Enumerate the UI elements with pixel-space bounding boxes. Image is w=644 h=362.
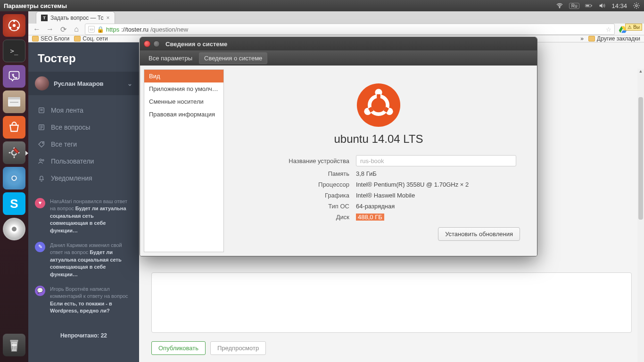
folder-icon [74,36,81,41]
launcher-chromium[interactable] [3,167,25,189]
volume-icon[interactable] [598,2,606,9]
url-path: /question/new [150,26,188,33]
launcher-dash[interactable] [3,14,25,37]
svg-point-18 [11,344,17,346]
star-icon[interactable]: ☆ [606,26,611,33]
notification-feed: ♥HaruAtari понравился ваш ответ на вопро… [28,193,139,327]
svg-point-9 [17,27,19,29]
launcher-trash[interactable] [3,334,25,356]
bookmark-folder[interactable]: SEO Блоги [32,35,69,42]
disk-label: Диск [241,214,349,221]
svg-point-22 [40,159,41,161]
dialog-content: ubuntu 14.04 LTS Название устройства Пам… [224,69,533,252]
gear-icon[interactable] [633,2,640,9]
page-info-icon[interactable]: ▭ [88,26,95,33]
user-menu[interactable]: Руслан Макаров ⌄ [28,72,139,95]
window-close-icon[interactable] [144,41,150,47]
gpu-value: Intel® Haswell Mobile [356,192,516,199]
svg-point-23 [42,159,44,161]
svg-point-21 [42,142,43,143]
update-notice[interactable]: ⚠Вы [625,24,642,31]
install-updates-button[interactable]: Установить обновления [438,227,520,241]
disk-value: 488,0 ГБ [356,214,384,221]
feed-entry[interactable]: 💬Игорь Воротнёв написал комментарий к от… [35,286,132,315]
keyboard-layout-indicator[interactable]: Ru [569,3,580,9]
ubuntu-logo-icon [356,82,401,128]
sidebar-nav: Моя лента Все вопросы Все теги Пользоват… [28,95,139,193]
address-bar[interactable]: ▭ 🔒 https://toster.ru/question/new ☆ [85,24,615,35]
category-item-removable[interactable]: Сменные носители [144,95,223,108]
unread-count[interactable]: Непрочитано: 22 [28,327,139,345]
dialog-titlebar[interactable]: Сведения о системе [140,37,537,50]
breadcrumb: Все параметры Сведения о системе [140,50,537,66]
bookmarks-overflow[interactable]: » [580,35,584,42]
other-bookmarks[interactable]: Другие закладки [588,35,640,42]
system-tray: Ru 14:34 [556,2,640,9]
avatar [35,76,49,90]
launcher-terminal[interactable]: >_ [3,40,25,62]
system-info-grid: Название устройства Память 3,8 ГиБ Проце… [231,155,526,221]
favicon-icon: T [41,15,48,21]
svg-point-0 [559,7,560,8]
clock-time[interactable]: 14:34 [611,2,627,9]
sidebar-item-notifications[interactable]: Уведомления [28,170,139,187]
memory-value: 3,8 ГиБ [356,170,516,177]
svg-rect-29 [377,94,380,99]
launcher-files[interactable] [3,90,25,113]
device-name-input[interactable] [356,155,516,166]
warning-icon: ⚠ [627,25,632,30]
sidebar-item-feed[interactable]: Моя лента [28,102,139,119]
toolbar: ← → ⟳ ⌂ ▭ 🔒 https://toster.ru/question/n… [28,24,644,35]
launcher-skype[interactable]: S [3,192,25,215]
feed-entry[interactable]: ✎Данил Каримов изменил свой ответ на воп… [35,242,132,278]
top-menubar: Параметры системы Ru 14:34 [0,0,644,11]
sidebar-item-users[interactable]: Пользователи [28,153,139,170]
scrollbar[interactable]: ▲ ▼ [637,69,644,362]
wifi-icon[interactable] [556,2,563,9]
heart-icon: ♥ [35,198,45,208]
os-type-value: 64-разрядная [356,203,516,210]
question-body-textarea[interactable] [151,272,632,333]
toster-sidebar: Тостер Руслан Макаров ⌄ Моя лента Все во… [28,42,139,362]
breadcrumb-current[interactable]: Сведения о системе [199,52,267,64]
chevron-down-icon: ⌄ [127,80,132,87]
feed-entry[interactable]: ♥HaruAtari понравился ваш ответ на вопро… [35,198,132,234]
bookmark-folder[interactable]: Соц. сети [74,35,107,42]
dialog-category-list: Вид Приложения по умолч… Сменные носител… [144,69,224,252]
breadcrumb-all[interactable]: Все параметры [144,53,197,64]
publish-button[interactable]: Опубликовать [151,341,206,355]
home-button[interactable]: ⌂ [72,25,81,33]
svg-point-4 [636,5,637,7]
browser-tab[interactable]: T Задать вопрос — Тс × [36,11,115,24]
brand-logo[interactable]: Тостер [28,42,139,72]
launcher-software-center[interactable] [3,116,25,139]
svg-rect-17 [10,340,18,342]
window-minimize-icon[interactable] [153,41,160,47]
folder-icon [32,36,39,41]
reload-button[interactable]: ⟳ [58,25,68,34]
svg-point-8 [9,27,12,29]
sidebar-item-tags[interactable]: Все теги [28,136,139,153]
category-item-overview[interactable]: Вид [144,70,223,82]
scroll-up-icon[interactable]: ▲ [637,69,644,75]
category-item-legal[interactable]: Правовая информация [144,108,223,121]
battery-icon[interactable] [585,2,593,9]
launcher-disc[interactable] [3,218,25,240]
scrollbar-thumb[interactable] [638,97,643,220]
svg-point-7 [13,20,16,22]
svg-point-16 [12,176,16,180]
launcher-settings[interactable] [3,141,25,164]
os-name: ubuntu 14.04 LTS [231,132,526,146]
launcher-viber[interactable] [3,65,25,88]
url-host: ://toster.ru [121,26,149,33]
close-icon[interactable]: × [107,15,110,21]
preview-button[interactable]: Предпросмотр [210,341,266,355]
category-item-default-apps[interactable]: Приложения по умолч… [144,82,223,95]
back-button[interactable]: ← [32,25,41,33]
sidebar-item-questions[interactable]: Все вопросы [28,119,139,136]
forward-button[interactable]: → [45,25,55,33]
memory-label: Память [241,170,349,177]
cpu-value: Intel® Pentium(R) 3558U @ 1.70GHz × 2 [356,181,516,188]
comment-icon: 💬 [35,286,45,296]
os-type-label: Тип ОС [241,203,349,210]
